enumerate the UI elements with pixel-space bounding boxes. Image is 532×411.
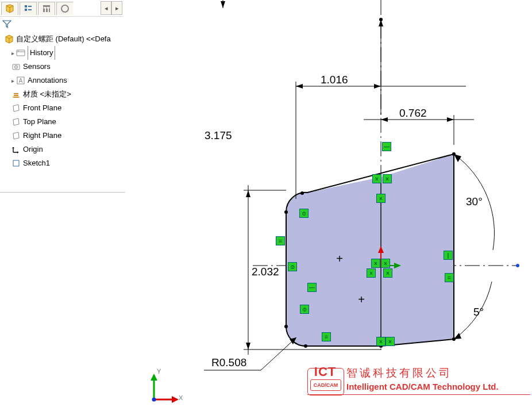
- panel-separator[interactable]: [0, 192, 125, 194]
- tab-scroll-right[interactable]: ▸: [111, 1, 122, 15]
- sketch-icon: [11, 159, 21, 168]
- relation-coincident[interactable]: ×: [376, 337, 385, 346]
- tree-origin[interactable]: Origin: [1, 143, 124, 156]
- dimension-angle-5[interactable]: 5°: [473, 306, 484, 318]
- dimension-width-1016[interactable]: 1.016: [321, 74, 348, 86]
- relation-coincident[interactable]: ×: [371, 259, 380, 268]
- svg-rect-7: [49, 9, 50, 12]
- svg-rect-6: [46, 9, 48, 12]
- triad-svg: [142, 368, 183, 408]
- tree-material[interactable]: 材质 <未指定>: [1, 87, 124, 101]
- tree-filter-row: [0, 16, 124, 31]
- tree-origin-label: Origin: [23, 143, 43, 156]
- svg-point-40: [152, 398, 156, 402]
- origin-icon: [11, 145, 21, 154]
- dimension-radius-0508[interactable]: R0.508: [211, 356, 246, 369]
- tree-front-plane[interactable]: Front Plane: [1, 101, 124, 115]
- sensors-icon: [11, 62, 21, 71]
- relation-coincident[interactable]: ×: [383, 268, 392, 278]
- tab-scroller: ◂ ▸: [101, 1, 122, 14]
- relation-coincident[interactable]: ×: [372, 174, 381, 183]
- tree-front-label: Front Plane: [23, 101, 61, 115]
- relation-coincident[interactable]: ×: [385, 337, 395, 346]
- plane-icon: [11, 117, 21, 126]
- watermark: ICT CAD/CAM 智诚科技有限公司 Intelligent CAD/CAM…: [307, 366, 531, 400]
- relation-horizontal[interactable]: —: [307, 283, 317, 292]
- point-marker: +: [336, 252, 343, 266]
- endpoint-dot[interactable]: [452, 152, 456, 156]
- watermark-cadcam: CAD/CAM: [310, 379, 341, 391]
- relation-coincident[interactable]: ×: [383, 174, 392, 183]
- dimension-height-full[interactable]: 3.175: [205, 129, 232, 142]
- tree-annotations-label: Annotations: [28, 74, 67, 87]
- svg-line-33: [261, 337, 296, 370]
- svg-point-8: [61, 5, 68, 12]
- svg-rect-3: [28, 9, 32, 10]
- dimxpert-tab[interactable]: [56, 2, 73, 15]
- endpoint-dot[interactable]: [284, 210, 288, 214]
- triad-x-label: X: [179, 394, 183, 401]
- relation-tangent[interactable]: ⦶: [288, 262, 297, 271]
- endpoint-dot[interactable]: [284, 325, 288, 328]
- endpoint-dot[interactable]: [379, 18, 383, 21]
- endpoint-dot[interactable]: [304, 344, 307, 348]
- dimension-height-2032[interactable]: 2.032: [252, 266, 279, 278]
- svg-rect-2: [28, 6, 32, 7]
- dimension-angle-30[interactable]: 30°: [466, 195, 483, 208]
- point-marker: +: [358, 293, 365, 306]
- plane-icon: [11, 103, 21, 113]
- expand-icon[interactable]: ▸: [11, 50, 16, 56]
- relation-vertical[interactable]: |: [444, 251, 453, 260]
- dimension-width-0762[interactable]: 0.762: [399, 107, 427, 120]
- feature-tree-tab[interactable]: [1, 2, 18, 15]
- expand-icon[interactable]: ▸: [11, 78, 16, 84]
- relation-equal[interactable]: =: [276, 236, 285, 245]
- tree-material-label: 材质 <未指定>: [23, 87, 71, 101]
- svg-point-13: [16, 67, 17, 68]
- tree-sketch1[interactable]: Sketch1: [1, 156, 124, 170]
- material-icon: [11, 90, 21, 99]
- relation-equal[interactable]: =: [322, 332, 331, 341]
- relation-coincident[interactable]: ×: [376, 194, 385, 203]
- svg-rect-18: [13, 160, 19, 166]
- tree-annotations[interactable]: ▸ A Annotations: [1, 74, 124, 87]
- watermark-underline: [307, 394, 530, 395]
- relation-horizontal[interactable]: —: [382, 142, 391, 151]
- relation-tangent[interactable]: ⦶: [299, 209, 309, 218]
- tree-history-label: History: [28, 46, 55, 60]
- tree-top-label: Top Plane: [23, 115, 56, 129]
- endpoint-dot[interactable]: [300, 191, 304, 195]
- tree-sensors[interactable]: Sensors: [1, 60, 124, 74]
- endpoint-dot[interactable]: [452, 337, 456, 341]
- part-icon: [5, 34, 14, 44]
- svg-point-16: [13, 97, 14, 98]
- tree-sketch1-label: Sketch1: [23, 156, 50, 170]
- svg-rect-0: [25, 5, 27, 7]
- history-icon: [16, 48, 25, 57]
- relation-equal[interactable]: =: [445, 273, 454, 282]
- tree-root-part[interactable]: 自定义螺距 (Default) <<Defa: [1, 32, 124, 46]
- tree-right-label: Right Plane: [23, 129, 61, 143]
- watermark-en: Intelligent CAD/CAM Technology Ltd.: [346, 382, 499, 391]
- triad-y-label: Y: [157, 368, 161, 375]
- watermark-cn: 智诚科技有限公司: [346, 366, 452, 381]
- tree-root-label: 自定义螺距 (Default) <<Defa: [16, 32, 111, 46]
- feature-tree[interactable]: 自定义螺距 (Default) <<Defa ▸ History Sensors…: [0, 32, 124, 192]
- tree-top-plane[interactable]: Top Plane: [1, 115, 124, 129]
- app-root: ◂ ▸ 自定义螺距 (Default) <<Defa ▸ History Sen…: [0, 0, 532, 411]
- relation-coincident[interactable]: ×: [367, 268, 376, 278]
- tree-sensors-label: Sensors: [23, 60, 51, 74]
- relation-tangent[interactable]: ⦶: [300, 305, 309, 314]
- graphics-canvas[interactable]: + + — × × × ⦶ = ⦶ — ⦶ = × × × × × × | = …: [125, 0, 532, 411]
- svg-point-37: [516, 264, 519, 267]
- tree-history[interactable]: ▸ History: [1, 46, 124, 60]
- filter-icon[interactable]: [2, 20, 11, 29]
- tab-scroll-left[interactable]: ◂: [101, 1, 111, 15]
- annotations-icon: A: [16, 76, 25, 85]
- configuration-manager-tab[interactable]: [38, 2, 55, 15]
- property-manager-tab[interactable]: [20, 2, 37, 15]
- tree-right-plane[interactable]: Right Plane: [1, 129, 124, 143]
- svg-point-17: [18, 97, 20, 98]
- relation-coincident[interactable]: ×: [381, 259, 390, 268]
- view-triad[interactable]: Y X: [142, 368, 183, 408]
